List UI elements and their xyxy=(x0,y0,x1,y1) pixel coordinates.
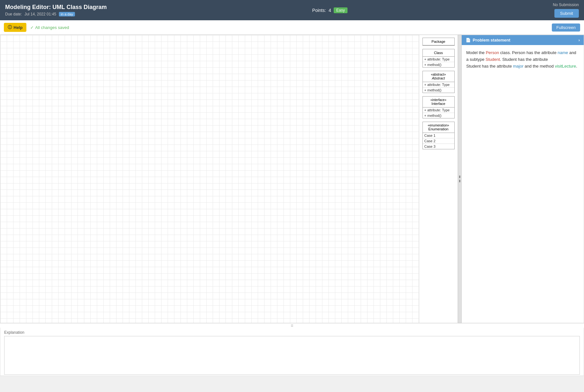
problem-header-left: 📄 Problem statement xyxy=(466,38,510,42)
abstract-row-attr: + attribute: Type xyxy=(423,82,454,88)
abstract-header: «abstract» Abstract xyxy=(423,71,454,82)
help-button[interactable]: ⓘ Help xyxy=(4,23,26,32)
problem-text-before-person: Model the xyxy=(466,50,486,55)
header-center: Points: 4 Easy xyxy=(312,7,347,13)
problem-student: Student xyxy=(486,57,500,62)
palette-enumeration[interactable]: «enumeration» Enumeration Case 1 Case 2 … xyxy=(422,122,455,149)
drag-handle[interactable]: = xyxy=(0,323,584,328)
problem-text-after-major: and the method xyxy=(524,64,555,69)
palette-class[interactable]: Class + attribute: Type + method() xyxy=(422,49,455,68)
due-label: Due date: xyxy=(5,12,22,16)
abstract-stereotype: «abstract» xyxy=(424,73,453,76)
problem-person: Person xyxy=(486,50,499,55)
interface-stereotype: «interface» xyxy=(424,98,453,102)
no-submission-label: No Submission xyxy=(553,3,579,7)
help-label: Help xyxy=(14,25,23,30)
enumeration-stereotype: «enumeration» xyxy=(424,124,453,127)
saved-status: ✓ All changes saved xyxy=(30,25,69,30)
problem-text-end: . xyxy=(576,64,577,69)
package-header: Package xyxy=(423,38,454,45)
interface-name: Interface xyxy=(431,102,445,106)
class-row-method: + method() xyxy=(423,62,454,67)
problem-visit-lecture: visitLecture xyxy=(555,64,576,69)
enum-row-3: Case 3 xyxy=(423,144,454,149)
interface-header: «interface» Interface xyxy=(423,97,454,107)
enum-row-2: Case 2 xyxy=(423,138,454,144)
header: Modeling Editor: UML Class Diagram Due d… xyxy=(0,0,584,20)
header-left: Modeling Editor: UML Class Diagram Due d… xyxy=(5,4,107,16)
due-badge: in a day xyxy=(59,12,75,16)
drag-handle-icon: = xyxy=(291,323,293,328)
help-circle-icon: ⓘ xyxy=(8,24,12,30)
problem-text-after-person: class. Person has the attribute xyxy=(499,50,558,55)
problem-body: Model the Person class. Person has the a… xyxy=(462,45,584,74)
abstract-row-method: + method() xyxy=(423,88,454,93)
palette-package[interactable]: Package xyxy=(422,38,455,46)
enumeration-name: Enumeration xyxy=(428,127,448,131)
explanation-label: Explanation xyxy=(4,330,580,335)
interface-row-method: + method() xyxy=(423,113,454,118)
abstract-name: Abstract xyxy=(432,76,445,80)
points-value: 4 xyxy=(329,8,331,13)
collapse-handle[interactable]: ▮▮ xyxy=(458,35,462,323)
submit-button[interactable]: Submit xyxy=(554,9,579,18)
problem-student-2: Student xyxy=(466,64,481,69)
header-right: No Submission Submit xyxy=(553,3,579,18)
enum-row-1: Case 1 xyxy=(423,133,454,138)
problem-title: Problem statement xyxy=(473,38,510,42)
difficulty-badge: Easy xyxy=(334,7,348,13)
toolbar: ⓘ Help ✓ All changes saved Fullscreen xyxy=(0,20,584,35)
enumeration-header: «enumeration» Enumeration xyxy=(423,122,454,133)
document-icon: 📄 xyxy=(466,38,471,42)
explanation-textarea[interactable] xyxy=(4,336,580,375)
problem-name-attr: name xyxy=(558,50,568,55)
palette-abstract[interactable]: «abstract» Abstract + attribute: Type + … xyxy=(422,71,455,93)
saved-label: All changes saved xyxy=(35,25,69,30)
page-title: Modeling Editor: UML Class Diagram xyxy=(5,4,107,11)
problem-panel: 📄 Problem statement › Model the Person c… xyxy=(462,35,584,323)
problem-text-after-student: . Student has the attribute xyxy=(500,57,548,62)
class-row-attr: + attribute: Type xyxy=(423,57,454,62)
due-date: Jul 14, 2022 01:45 xyxy=(24,12,56,16)
main-area: Package Class + attribute: Type + method… xyxy=(0,35,584,323)
palette-interface[interactable]: «interface» Interface + attribute: Type … xyxy=(422,96,455,118)
check-icon: ✓ xyxy=(30,25,34,30)
canvas-grid xyxy=(0,35,419,323)
explanation-area: Explanation xyxy=(0,328,584,376)
points-label: Points: xyxy=(312,8,326,13)
problem-text-after-student-2: has the attribute xyxy=(481,64,513,69)
problem-major: major xyxy=(513,64,524,69)
canvas-area[interactable] xyxy=(0,35,419,323)
problem-header: 📄 Problem statement › xyxy=(462,35,584,45)
class-header: Class xyxy=(423,49,454,57)
fullscreen-button[interactable]: Fullscreen xyxy=(552,23,580,32)
palette: Package Class + attribute: Type + method… xyxy=(419,35,458,323)
interface-row-attr: + attribute: Type xyxy=(423,107,454,113)
chevron-right-icon[interactable]: › xyxy=(579,38,580,42)
header-due: Due date: Jul 14, 2022 01:45 in a day xyxy=(5,12,107,16)
